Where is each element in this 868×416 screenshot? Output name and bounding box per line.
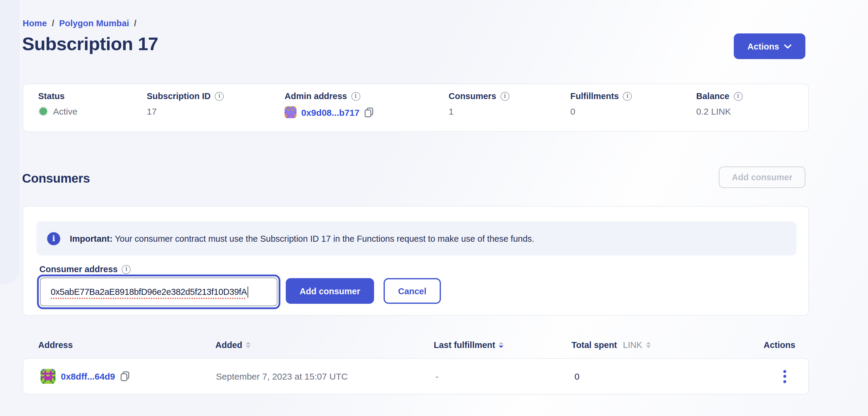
admin-address-link[interactable]: 0x9d08...b717	[301, 107, 360, 117]
subscription-page: Home / Polygon Mumbai / Subscription 17 …	[0, 0, 868, 416]
consumer-address-input-value: 0x5abE77Ba2aE8918bfD96e2e382d5f213f10D39…	[51, 287, 247, 297]
column-header-total-spent[interactable]: Total spent LINK	[571, 340, 651, 350]
column-header-address: Address	[38, 340, 73, 350]
background-decoration	[0, 0, 20, 284]
status-label: Status	[38, 91, 65, 101]
consumers-section-title: Consumers	[22, 171, 90, 186]
sort-icon[interactable]	[246, 342, 251, 348]
consumers-table: 0x8dff...64d9 September 7, 2023 at 15:07…	[23, 358, 809, 394]
cell-last-fulfillment: -	[435, 359, 438, 394]
actions-button-label: Actions	[747, 41, 779, 51]
consumer-address-input[interactable]: 0x5abE77Ba2aE8918bfD96e2e382d5f213f10D39…	[37, 274, 280, 309]
copy-icon[interactable]	[121, 371, 129, 381]
copy-icon[interactable]	[364, 107, 373, 117]
subscription-id-label: Subscription ID	[147, 91, 211, 101]
breadcrumb-separator: /	[131, 19, 139, 28]
info-icon[interactable]: i	[351, 92, 360, 100]
sort-icon[interactable]	[646, 342, 651, 348]
balance-value: 0.2 LINK	[696, 106, 731, 116]
add-consumer-button-disabled[interactable]: Add consumer	[719, 167, 805, 188]
info-icon[interactable]: i	[734, 92, 742, 100]
admin-avatar	[285, 106, 297, 118]
chevron-down-icon	[784, 44, 792, 49]
breadcrumb-network-link[interactable]: Polygon Mumbai	[59, 19, 129, 28]
important-banner-text: Important: Your consumer contract must u…	[70, 234, 534, 243]
sort-icon[interactable]	[499, 342, 503, 348]
add-consumer-submit-button[interactable]: Add consumer	[286, 278, 374, 304]
cancel-button[interactable]: Cancel	[383, 278, 441, 304]
breadcrumb: Home / Polygon Mumbai /	[23, 19, 139, 28]
fulfillments-value: 0	[570, 106, 576, 116]
consumers-table-header: Address Added Last fulfillment Total spe…	[23, 340, 809, 353]
cell-actions	[781, 359, 789, 394]
balance-label: Balance	[696, 91, 729, 101]
column-unit-link: LINK	[623, 340, 643, 350]
cell-address: 0x8dff...64d9	[40, 359, 129, 394]
cell-total-spent: 0	[575, 359, 580, 394]
column-header-last-fulfillment[interactable]: Last fulfillment	[434, 340, 503, 350]
subscription-summary-card: Status Active Subscription IDi 17 Admin …	[23, 84, 809, 132]
consumer-avatar	[40, 369, 56, 384]
cell-added: September 7, 2023 at 15:07 UTC	[216, 359, 348, 394]
status-active-dot	[38, 106, 48, 116]
info-icon: i	[47, 232, 60, 245]
actions-button[interactable]: Actions	[734, 33, 805, 59]
info-icon[interactable]: i	[215, 92, 224, 100]
info-icon[interactable]: i	[500, 92, 509, 100]
kebab-menu-icon[interactable]	[781, 367, 789, 385]
fulfillments-label: Fulfillments	[570, 91, 619, 101]
consumer-address-label: Consumer addressi	[39, 264, 131, 274]
page-title: Subscription 17	[22, 33, 158, 55]
breadcrumb-separator: /	[50, 19, 57, 28]
text-caret	[248, 286, 248, 298]
column-header-actions: Actions	[764, 340, 795, 350]
subscription-id-value: 17	[147, 106, 157, 116]
info-icon[interactable]: i	[623, 92, 632, 100]
info-icon[interactable]: i	[122, 265, 131, 274]
consumer-address-link[interactable]: 0x8dff...64d9	[61, 371, 115, 381]
table-row: 0x8dff...64d9 September 7, 2023 at 15:07…	[23, 359, 808, 394]
consumers-label: Consumers	[448, 91, 496, 101]
admin-address-label: Admin address	[285, 91, 347, 101]
status-value: Active	[53, 106, 78, 116]
add-consumer-form-card: i Important: Your consumer contract must…	[23, 206, 809, 316]
column-header-added[interactable]: Added	[215, 340, 251, 350]
breadcrumb-home-link[interactable]: Home	[23, 19, 47, 28]
consumers-value: 1	[448, 106, 454, 116]
important-banner: i Important: Your consumer contract must…	[36, 221, 797, 256]
